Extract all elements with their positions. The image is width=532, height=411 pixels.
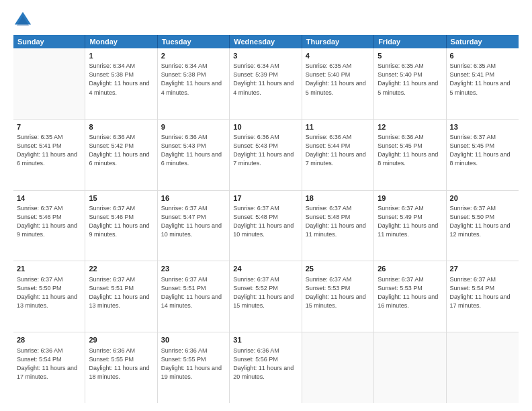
calendar-body: 1Sunrise: 6:34 AMSunset: 5:38 PMDaylight… [13, 48, 519, 403]
day-number: 2 [161, 51, 226, 61]
calendar-cell: 29Sunrise: 6:36 AMSunset: 5:55 PMDayligh… [85, 332, 157, 403]
day-number: 31 [233, 335, 298, 345]
calendar-cell [13, 48, 85, 119]
logo [13, 11, 35, 30]
calendar-cell: 31Sunrise: 6:36 AMSunset: 5:56 PMDayligh… [230, 332, 302, 403]
day-number: 3 [233, 51, 298, 61]
calendar-row: 1Sunrise: 6:34 AMSunset: 5:38 PMDaylight… [13, 48, 519, 120]
calendar-cell: 22Sunrise: 6:37 AMSunset: 5:51 PMDayligh… [85, 261, 157, 332]
calendar-cell: 11Sunrise: 6:36 AMSunset: 5:44 PMDayligh… [302, 120, 374, 190]
day-number: 10 [233, 122, 298, 132]
calendar-cell: 21Sunrise: 6:37 AMSunset: 5:50 PMDayligh… [13, 261, 85, 332]
day-number: 26 [378, 264, 442, 274]
day-number: 30 [161, 335, 226, 345]
calendar-row: 28Sunrise: 6:36 AMSunset: 5:54 PMDayligh… [13, 332, 519, 403]
day-number: 17 [233, 193, 298, 203]
day-number: 27 [450, 264, 515, 274]
day-number: 14 [17, 193, 81, 203]
calendar-cell: 8Sunrise: 6:36 AMSunset: 5:42 PMDaylight… [85, 120, 157, 190]
calendar-cell [447, 332, 519, 403]
calendar-cell: 17Sunrise: 6:37 AMSunset: 5:48 PMDayligh… [230, 191, 302, 261]
cell-text: Sunrise: 6:36 AMSunset: 5:42 PMDaylight:… [89, 133, 153, 168]
calendar-cell: 13Sunrise: 6:37 AMSunset: 5:45 PMDayligh… [447, 120, 519, 190]
cell-text: Sunrise: 6:37 AMSunset: 5:50 PMDaylight:… [17, 275, 81, 310]
calendar-cell: 5Sunrise: 6:35 AMSunset: 5:40 PMDaylight… [374, 48, 446, 119]
cell-text: Sunrise: 6:35 AMSunset: 5:40 PMDaylight:… [306, 62, 370, 97]
day-number: 28 [17, 335, 81, 345]
cell-text: Sunrise: 6:37 AMSunset: 5:51 PMDaylight:… [161, 275, 226, 310]
calendar-cell: 6Sunrise: 6:35 AMSunset: 5:41 PMDaylight… [447, 48, 519, 119]
calendar-cell: 16Sunrise: 6:37 AMSunset: 5:47 PMDayligh… [158, 191, 230, 261]
calendar-cell: 27Sunrise: 6:37 AMSunset: 5:54 PMDayligh… [447, 261, 519, 332]
cell-text: Sunrise: 6:34 AMSunset: 5:38 PMDaylight:… [89, 62, 153, 97]
calendar-header-cell: Friday [374, 35, 446, 48]
day-number: 5 [378, 51, 442, 61]
cell-text: Sunrise: 6:36 AMSunset: 5:45 PMDaylight:… [378, 133, 442, 168]
calendar-cell: 18Sunrise: 6:37 AMSunset: 5:48 PMDayligh… [302, 191, 374, 261]
day-number: 25 [306, 264, 370, 274]
day-number: 22 [89, 264, 153, 274]
calendar-row: 21Sunrise: 6:37 AMSunset: 5:50 PMDayligh… [13, 261, 519, 332]
calendar-cell: 7Sunrise: 6:35 AMSunset: 5:41 PMDaylight… [13, 120, 85, 190]
calendar-cell: 20Sunrise: 6:37 AMSunset: 5:50 PMDayligh… [447, 191, 519, 261]
day-number: 19 [378, 193, 442, 203]
calendar-header-cell: Thursday [302, 35, 374, 48]
cell-text: Sunrise: 6:36 AMSunset: 5:55 PMDaylight:… [161, 347, 226, 381]
cell-text: Sunrise: 6:37 AMSunset: 5:46 PMDaylight:… [17, 204, 81, 239]
cell-text: Sunrise: 6:36 AMSunset: 5:55 PMDaylight:… [89, 347, 153, 381]
day-number: 21 [17, 264, 81, 274]
calendar-cell [374, 332, 446, 403]
cell-text: Sunrise: 6:37 AMSunset: 5:53 PMDaylight:… [378, 275, 442, 310]
day-number: 9 [161, 122, 226, 132]
day-number: 1 [89, 51, 153, 61]
calendar-cell: 26Sunrise: 6:37 AMSunset: 5:53 PMDayligh… [374, 261, 446, 332]
day-number: 12 [378, 122, 442, 132]
day-number: 8 [89, 122, 153, 132]
calendar: SundayMondayTuesdayWednesdayThursdayFrid… [13, 35, 519, 403]
cell-text: Sunrise: 6:37 AMSunset: 5:46 PMDaylight:… [89, 204, 153, 239]
calendar-cell: 3Sunrise: 6:34 AMSunset: 5:39 PMDaylight… [230, 48, 302, 119]
day-number: 16 [161, 193, 226, 203]
cell-text: Sunrise: 6:36 AMSunset: 5:43 PMDaylight:… [233, 133, 298, 168]
day-number: 18 [306, 193, 370, 203]
day-number: 29 [89, 335, 153, 345]
cell-text: Sunrise: 6:37 AMSunset: 5:51 PMDaylight:… [89, 275, 153, 310]
cell-text: Sunrise: 6:37 AMSunset: 5:52 PMDaylight:… [233, 275, 298, 310]
calendar-row: 7Sunrise: 6:35 AMSunset: 5:41 PMDaylight… [13, 120, 519, 191]
calendar-header-cell: Wednesday [230, 35, 302, 48]
calendar-cell: 30Sunrise: 6:36 AMSunset: 5:55 PMDayligh… [158, 332, 230, 403]
calendar-header-cell: Monday [85, 35, 157, 48]
cell-text: Sunrise: 6:37 AMSunset: 5:50 PMDaylight:… [450, 204, 515, 239]
cell-text: Sunrise: 6:37 AMSunset: 5:45 PMDaylight:… [450, 133, 515, 168]
calendar-cell: 10Sunrise: 6:36 AMSunset: 5:43 PMDayligh… [230, 120, 302, 190]
day-number: 6 [450, 51, 515, 61]
day-number: 24 [233, 264, 298, 274]
cell-text: Sunrise: 6:34 AMSunset: 5:38 PMDaylight:… [161, 62, 226, 97]
day-number: 20 [450, 193, 515, 203]
day-number: 7 [17, 122, 81, 132]
cell-text: Sunrise: 6:34 AMSunset: 5:39 PMDaylight:… [233, 62, 298, 97]
day-number: 13 [450, 122, 515, 132]
page: SundayMondayTuesdayWednesdayThursdayFrid… [0, 0, 532, 411]
day-number: 11 [306, 122, 370, 132]
calendar-cell: 19Sunrise: 6:37 AMSunset: 5:49 PMDayligh… [374, 191, 446, 261]
cell-text: Sunrise: 6:37 AMSunset: 5:53 PMDaylight:… [306, 275, 370, 310]
cell-text: Sunrise: 6:37 AMSunset: 5:48 PMDaylight:… [306, 204, 370, 239]
calendar-row: 14Sunrise: 6:37 AMSunset: 5:46 PMDayligh… [13, 191, 519, 262]
day-number: 15 [89, 193, 153, 203]
calendar-cell: 14Sunrise: 6:37 AMSunset: 5:46 PMDayligh… [13, 191, 85, 261]
calendar-header-cell: Tuesday [158, 35, 230, 48]
cell-text: Sunrise: 6:37 AMSunset: 5:48 PMDaylight:… [233, 204, 298, 239]
calendar-cell: 9Sunrise: 6:36 AMSunset: 5:43 PMDaylight… [158, 120, 230, 190]
cell-text: Sunrise: 6:36 AMSunset: 5:56 PMDaylight:… [233, 347, 298, 381]
calendar-cell: 12Sunrise: 6:36 AMSunset: 5:45 PMDayligh… [374, 120, 446, 190]
cell-text: Sunrise: 6:37 AMSunset: 5:54 PMDaylight:… [450, 275, 515, 310]
cell-text: Sunrise: 6:36 AMSunset: 5:43 PMDaylight:… [161, 133, 226, 168]
day-number: 4 [306, 51, 370, 61]
calendar-cell: 15Sunrise: 6:37 AMSunset: 5:46 PMDayligh… [85, 191, 157, 261]
header [13, 11, 519, 30]
calendar-cell: 28Sunrise: 6:36 AMSunset: 5:54 PMDayligh… [13, 332, 85, 403]
calendar-cell: 23Sunrise: 6:37 AMSunset: 5:51 PMDayligh… [158, 261, 230, 332]
cell-text: Sunrise: 6:37 AMSunset: 5:49 PMDaylight:… [378, 204, 442, 239]
cell-text: Sunrise: 6:37 AMSunset: 5:47 PMDaylight:… [161, 204, 226, 239]
